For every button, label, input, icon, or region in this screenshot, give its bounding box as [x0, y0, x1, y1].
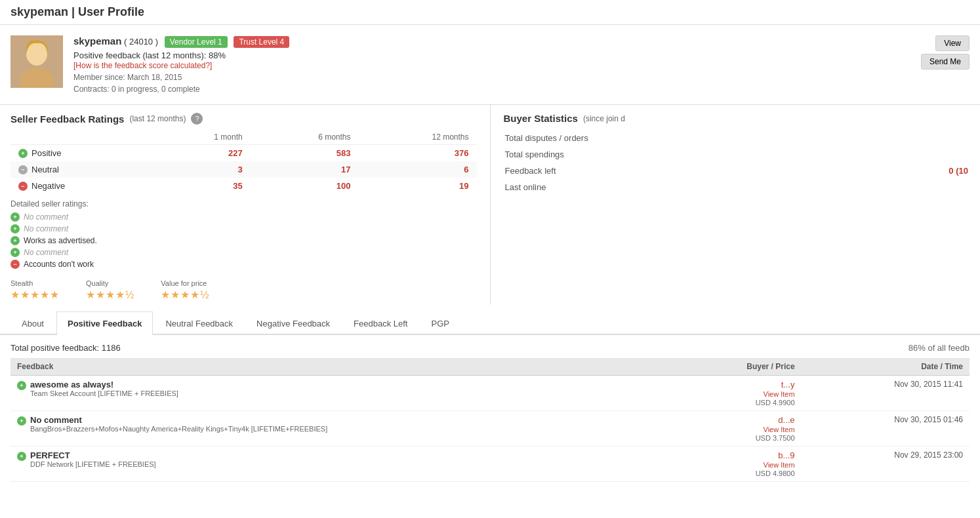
stealth-stars: Stealth ★★★★★: [10, 279, 60, 301]
buyer-lastonline-label: Last online: [505, 180, 783, 195]
view-button[interactable]: View: [935, 35, 970, 51]
feedback-section: Total positive feedback: 1186 86% of all…: [0, 335, 980, 490]
buyer-name[interactable]: t...y: [682, 380, 795, 389]
col-12months: 12 months: [359, 130, 477, 145]
send-message-button[interactable]: Send Me: [921, 54, 970, 70]
profile-feedback-text: Positive feedback (last 12 months): 88%: [73, 50, 921, 60]
comment-text: Works as advertised.: [24, 236, 97, 245]
neutral-12m: 6: [359, 161, 477, 178]
list-item: + No comment: [10, 247, 477, 258]
buyer-table: Total disputes / orders Total spendings …: [504, 129, 970, 196]
tab-positive-feedback[interactable]: Positive Feedback: [56, 311, 153, 335]
feedback-sub-text: Team Skeet Account [LIFETIME + FREEBIES]: [30, 389, 178, 397]
profile-username: skypeman: [73, 35, 121, 47]
quality-stars-display: ★★★★½: [86, 289, 134, 301]
profile-userid: ( 24010 ): [124, 37, 158, 47]
feedback-cell-2: + No comment BangBros+Brazzers+Mofos+Nau…: [10, 411, 676, 447]
feedback-main-text: PERFECT: [30, 450, 156, 460]
buyer-disputes-label: Total disputes / orders: [505, 130, 783, 146]
view-item-link[interactable]: View Item: [764, 461, 795, 469]
list-item: + No comment: [10, 223, 477, 235]
seller-stats: Seller Feedback Ratings (last 12 months)…: [10, 105, 490, 305]
positive-icon: +: [17, 416, 26, 426]
view-item-link[interactable]: View Item: [764, 426, 795, 433]
neutral-6m: 17: [251, 161, 359, 178]
vendor-badge: Vendor Level 1: [165, 36, 228, 48]
date-cell-2: Nov 30, 2015 01:46: [802, 411, 970, 447]
col-feedback: Feedback: [10, 358, 676, 376]
negative-label: Negative: [31, 181, 65, 191]
buyer-lastonline-value: [783, 180, 968, 195]
table-row: + No comment BangBros+Brazzers+Mofos+Nau…: [10, 411, 970, 447]
tabs-bar: About Positive Feedback Neutral Feedback…: [0, 310, 980, 335]
feedback-date: Nov 29, 2015 23:00: [808, 450, 963, 460]
tab-pgp[interactable]: PGP: [420, 311, 460, 335]
positive-label: Positive: [31, 148, 62, 158]
list-item: − Accounts don't work: [10, 258, 477, 270]
feedback-price: USD 4.9800: [682, 469, 795, 477]
table-row: +Positive 227 583 376: [10, 145, 477, 162]
member-since: Member since: March 18, 2015: [73, 73, 921, 82]
detailed-ratings: Detailed seller ratings: + No comment + …: [10, 194, 477, 275]
feedback-main-text: awesome as always!: [30, 380, 178, 389]
view-item-link[interactable]: View Item: [764, 390, 795, 398]
comment-text: No comment: [24, 212, 68, 222]
positive-6m: 583: [251, 145, 359, 162]
negative-12m: 19: [359, 178, 477, 194]
buyer-name[interactable]: d...e: [682, 415, 795, 425]
table-row: + awesome as always! Team Skeet Account …: [10, 376, 970, 411]
tab-about[interactable]: About: [10, 311, 55, 335]
profile-section: skypeman ( 24010 ) Vendor Level 1 Trust …: [0, 25, 980, 105]
seller-stats-title: Seller Feedback Ratings: [10, 113, 124, 125]
quality-label: Quality: [86, 279, 108, 287]
feedback-calc-link[interactable]: [How is the feedback score calculated?]: [73, 61, 212, 70]
date-cell-3: Nov 29, 2015 23:00: [802, 447, 970, 482]
feedback-price: USD 3.7500: [682, 434, 795, 442]
comment-positive-icon: +: [10, 248, 20, 257]
seller-stats-period: (last 12 months): [129, 114, 186, 123]
negative-dot: −: [18, 182, 28, 191]
tab-neutral-feedback[interactable]: Neutral Feedback: [154, 311, 244, 335]
help-button[interactable]: ?: [191, 113, 203, 125]
table-row: + PERFECT DDF Network [LIFETIME + FREEBI…: [10, 447, 970, 482]
profile-header: skypeman ( 24010 ) Vendor Level 1 Trust …: [73, 35, 921, 47]
positive-1m: 227: [151, 145, 250, 162]
contracts-info: Contracts: 0 in progress, 0 complete: [73, 85, 921, 94]
feedback-table: Feedback Buyer / Price Date / Time + awe…: [10, 358, 970, 482]
positive-12m: 376: [359, 145, 477, 162]
table-row: −Negative 35 100 19: [10, 178, 477, 194]
tab-negative-feedback[interactable]: Negative Feedback: [245, 311, 341, 335]
feedback-total: Total positive feedback: 1186: [10, 343, 121, 353]
list-item: + Works as advertised.: [10, 235, 477, 247]
page-title: skypeman | User Profile: [0, 0, 980, 25]
buyer-name[interactable]: b...9: [682, 450, 795, 460]
table-header-row: Feedback Buyer / Price Date / Time: [10, 358, 970, 376]
comment-negative-icon: −: [10, 260, 20, 269]
feedback-sub-text: DDF Network [LIFETIME + FREEBIES]: [30, 460, 156, 468]
ratings-table: 1 month 6 months 12 months +Positive 227…: [10, 130, 477, 194]
buyer-cell-3: b...9 View Item USD 4.9800: [676, 447, 802, 482]
feedback-main-text: No comment: [30, 415, 327, 425]
positive-dot: +: [18, 149, 28, 158]
neutral-1m: 3: [151, 161, 250, 178]
table-row: Total disputes / orders: [505, 130, 969, 146]
quality-stars: Quality ★★★★½: [86, 279, 134, 301]
buyer-stats-title: Buyer Statistics: [504, 113, 578, 124]
buyer-cell-2: d...e View Item USD 3.7500: [676, 411, 802, 447]
negative-1m: 35: [151, 178, 250, 194]
comment-text: No comment: [24, 248, 68, 257]
comment-text: Accounts don't work: [24, 260, 94, 269]
feedback-summary: Total positive feedback: 1186 86% of all…: [10, 343, 970, 353]
tab-feedback-left[interactable]: Feedback Left: [342, 311, 419, 335]
feedback-date: Nov 30, 2015 01:46: [808, 415, 963, 424]
comment-positive-icon: +: [10, 212, 20, 222]
profile-actions: View Send Me: [921, 35, 970, 94]
profile-info: skypeman ( 24010 ) Vendor Level 1 Trust …: [73, 35, 921, 94]
positive-icon: +: [17, 381, 26, 390]
negative-6m: 100: [251, 178, 359, 194]
table-row: ~Neutral 3 17 6: [10, 161, 477, 178]
feedback-percent: 86% of all feedb: [909, 343, 970, 353]
stats-section: Seller Feedback Ratings (last 12 months)…: [0, 105, 980, 305]
col-6months: 6 months: [251, 130, 359, 145]
buyer-feedback-label: Feedback left: [505, 163, 783, 178]
